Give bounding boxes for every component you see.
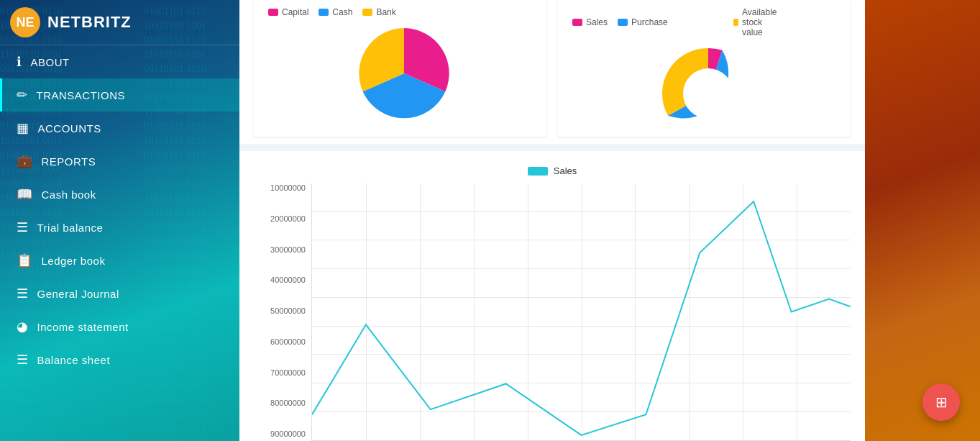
sidebar-item-ledgerbook[interactable]: 📋 Ledger book xyxy=(0,244,239,277)
purchase-label: Purchase xyxy=(631,17,668,27)
sidebar-item-generaljournal-label: General Journal xyxy=(37,288,119,300)
sidebar-item-trialbalance-label: Trial balance xyxy=(37,222,104,234)
bank-label: Bank xyxy=(376,7,395,17)
sidebar-item-cashbook-label: Cash book xyxy=(42,188,96,201)
y-label-1: 10000000 xyxy=(254,183,306,192)
trialbalance-icon: ☰ xyxy=(17,219,29,235)
left-chart-legend: Capital Cash Bank xyxy=(261,7,396,17)
cash-dot xyxy=(319,9,329,16)
y-label-6: 60000000 xyxy=(254,337,306,346)
available-stock-dot xyxy=(733,19,738,26)
svg-point-0 xyxy=(683,68,733,119)
cashbook-icon: 📖 xyxy=(17,186,33,202)
generaljournal-icon: ☰ xyxy=(17,286,29,301)
sidebar-item-balancesheet[interactable]: ☰ Balance sheet xyxy=(0,343,239,376)
y-axis-labels: 90000000 80000000 70000000 60000000 5000… xyxy=(254,183,311,441)
sidebar-item-ledgerbook-label: Ledger book xyxy=(42,255,106,267)
sidebar-item-cashbook[interactable]: 📖 Cash book xyxy=(0,178,239,211)
charts-row: Capital Cash Bank xyxy=(239,0,865,144)
left-pie-chart: Capital Cash Bank xyxy=(254,0,546,137)
legend-available-stock: Available stock value xyxy=(733,7,782,37)
brand-name: NETBRITZ xyxy=(47,13,132,32)
line-chart-header: Sales xyxy=(254,165,851,176)
y-label-7: 70000000 xyxy=(254,368,306,377)
cash-label: Cash xyxy=(332,7,352,17)
line-chart-section: Sales 90000000 80000000 70000000 6000000… xyxy=(239,151,865,441)
avatar: NE xyxy=(10,7,40,37)
accounts-icon: ▦ xyxy=(17,120,29,136)
y-label-5: 50000000 xyxy=(254,306,306,315)
sales-line-dot xyxy=(528,167,548,176)
reports-icon: 💼 xyxy=(17,153,33,169)
sidebar-item-generaljournal[interactable]: ☰ General Journal xyxy=(0,277,239,310)
y-label-8: 80000000 xyxy=(254,399,306,407)
sidebar-item-accounts-label: ACCOUNTS xyxy=(38,122,101,135)
fab-icon: ⊞ xyxy=(935,394,948,411)
balancesheet-icon: ☰ xyxy=(17,352,29,368)
incomestatement-icon: ◕ xyxy=(17,319,29,335)
capital-label: Capital xyxy=(282,7,308,17)
purchase-dot xyxy=(618,19,628,26)
left-pie-svg xyxy=(354,23,447,117)
main-content: Capital Cash Bank xyxy=(239,0,865,441)
info-icon: ℹ xyxy=(17,54,22,70)
right-donut-svg xyxy=(658,43,751,137)
line-chart-svg xyxy=(312,183,851,440)
bank-dot xyxy=(362,9,372,16)
sidebar-item-about-label: ABOUT xyxy=(31,56,70,68)
right-bg-overlay xyxy=(865,0,980,441)
y-label-3: 30000000 xyxy=(254,245,306,254)
sidebar-item-incomestatement[interactable]: ◕ Income statement xyxy=(0,310,239,343)
sidebar-item-reports[interactable]: 💼 REPORTS xyxy=(0,145,239,178)
sidebar-item-reports-label: REPORTS xyxy=(42,155,96,168)
line-chart-legend: Sales xyxy=(528,165,577,176)
edit-icon: ✏ xyxy=(17,87,28,103)
sales-dot xyxy=(572,19,582,26)
line-chart-legend-label: Sales xyxy=(554,165,577,176)
fab-button[interactable]: ⊞ xyxy=(922,383,960,421)
sidebar-item-transactions[interactable]: ✏ TRANSACTIONS xyxy=(0,78,239,112)
sidebar-item-incomestatement-label: Income statement xyxy=(37,321,129,333)
available-stock-label: Available stock value xyxy=(742,7,782,37)
ledgerbook-icon: 📋 xyxy=(17,253,33,268)
y-label-4: 40000000 xyxy=(254,276,306,284)
right-background xyxy=(865,0,980,441)
line-chart-area: 90000000 80000000 70000000 60000000 5000… xyxy=(254,183,851,441)
sidebar-item-trialbalance[interactable]: ☰ Trial balance xyxy=(0,211,239,244)
chart-plot xyxy=(311,183,851,441)
right-chart-legend: Sales Purchase Available stock value xyxy=(565,7,782,37)
sidebar-item-transactions-label: TRANSACTIONS xyxy=(37,89,126,101)
sidebar-item-balancesheet-label: Balance sheet xyxy=(37,354,111,366)
right-donut-chart: Sales Purchase Available stock value xyxy=(558,0,851,137)
legend-sales: Sales xyxy=(572,7,608,37)
sidebar-item-accounts[interactable]: ▦ ACCOUNTS xyxy=(0,112,239,145)
sales-label: Sales xyxy=(586,17,608,27)
capital-dot xyxy=(268,9,278,16)
legend-bank: Bank xyxy=(362,7,395,17)
legend-cash: Cash xyxy=(319,7,352,17)
y-label-9: 90000000 xyxy=(254,429,306,438)
sidebar-header: NE NETBRITZ xyxy=(0,0,239,45)
y-label-2: 20000000 xyxy=(254,214,306,223)
legend-capital: Capital xyxy=(268,7,308,17)
legend-purchase: Purchase xyxy=(618,7,668,37)
sidebar: NE NETBRITZ ℹ ABOUT ✏ TRANSACTIONS ▦ ACC… xyxy=(0,0,239,441)
sidebar-item-about[interactable]: ℹ ABOUT xyxy=(0,45,239,78)
